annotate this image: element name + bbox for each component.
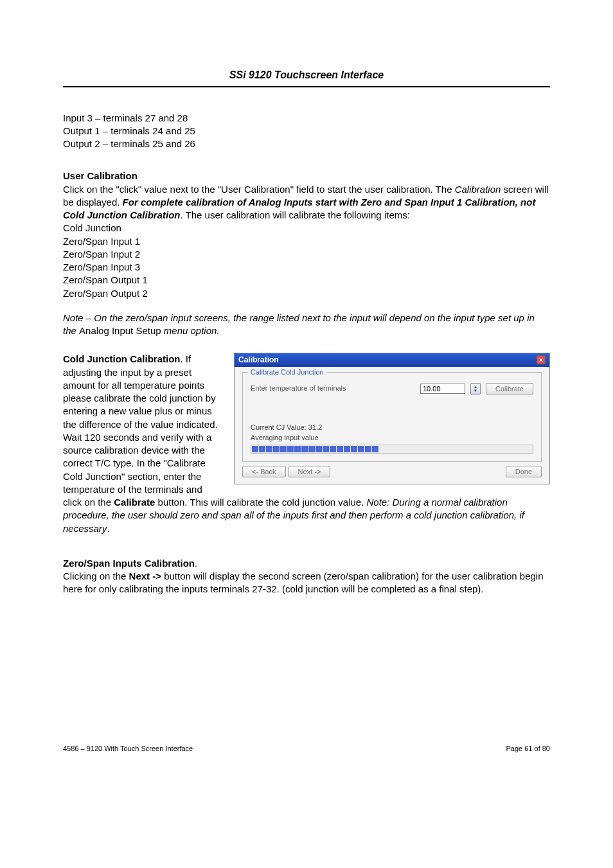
- uc-item-a: Cold Junction: [63, 222, 550, 235]
- page-footer: 4586 – 9120 With Touch Screen Interface …: [63, 744, 550, 754]
- zero-span-section: Zero/Span Inputs Calibration. Clicking o…: [63, 557, 550, 596]
- dialog-button-row: <- Back Next -> Done: [242, 466, 542, 477]
- zero-span-heading: Zero/Span Inputs Calibration: [63, 558, 195, 569]
- cj-wrap-text: If adjusting the input by a preset amoun…: [63, 353, 218, 456]
- calibration-dialog: Calibration × Calibrate Cold Junction En…: [234, 353, 550, 484]
- footer-right: Page 61 of 80: [506, 744, 550, 754]
- zs-next-word: Next ->: [129, 571, 161, 581]
- cj-note-label: Note:: [367, 497, 393, 508]
- footer-left: 4586 – 9120 With Touch Screen Interface: [63, 744, 193, 754]
- close-icon[interactable]: ×: [537, 355, 546, 364]
- note-1: Note – On the zero/span input screens, t…: [63, 312, 550, 338]
- cold-junction-section: Calibration × Calibrate Cold Junction En…: [63, 353, 550, 535]
- calibrate-button[interactable]: Calibrate: [486, 383, 533, 394]
- dialog-body: Calibrate Cold Junction Enter temperatur…: [235, 367, 549, 484]
- averaging-label: Averaging input value: [251, 433, 533, 443]
- uc-p1a: Click on the "click" value next to the "…: [63, 184, 455, 195]
- uc-item-d: Zero/Span Input 3: [63, 261, 550, 274]
- next-button[interactable]: Next ->: [289, 466, 331, 477]
- intro-line-3: Output 2 – terminals 25 and 26: [63, 137, 550, 150]
- zs-period: .: [195, 558, 197, 569]
- note1-b: Analog Input Setup: [79, 325, 161, 336]
- cj-period: .: [181, 353, 186, 364]
- user-calibration-paragraph: Click on the "click" value next to the "…: [63, 183, 550, 222]
- current-cj-value: Current CJ Value: 31.2: [251, 423, 533, 432]
- note1-c: menu option: [161, 325, 217, 336]
- uc-item-c: Zero/Span Input 2: [63, 248, 550, 261]
- cj-note-period: .: [107, 523, 109, 534]
- intro-line-1: Input 3 – terminals 27 and 28: [63, 112, 550, 125]
- uc-p1b: Calibration: [455, 184, 501, 195]
- cj-after2: button. This will calibrate the cold jun…: [155, 497, 366, 508]
- cold-junction-heading: Cold Junction Calibration: [63, 353, 181, 364]
- back-button[interactable]: <- Back: [242, 466, 286, 477]
- calibrate-fieldset: Calibrate Cold Junction Enter temperatur…: [242, 372, 542, 463]
- zs-a: Clicking on the: [63, 571, 129, 581]
- header-rule: [63, 86, 550, 87]
- temperature-label: Enter temperature of terminals: [251, 384, 415, 393]
- page-header-title: SSi 9120 Touchscreen Interface: [63, 68, 550, 82]
- uc-item-b: Zero/Span Input 1: [63, 235, 550, 248]
- temperature-stepper[interactable]: ▲ ▼: [470, 383, 481, 394]
- cj-calibrate-word: Calibrate: [114, 497, 155, 508]
- uc-item-f: Zero/Span Output 2: [63, 287, 550, 300]
- fieldset-legend: Calibrate Cold Junction: [248, 368, 326, 377]
- temperature-input[interactable]: [420, 384, 465, 394]
- uc-p1e: . The user calibration will calibrate th…: [181, 209, 410, 220]
- averaging-progress: [251, 445, 533, 454]
- uc-item-e: Zero/Span Output 1: [63, 274, 550, 287]
- intro-line-2: Output 1 – terminals 24 and 25: [63, 125, 550, 137]
- dialog-titlebar: Calibration ×: [235, 353, 549, 366]
- dialog-title: Calibration: [238, 355, 279, 365]
- user-calibration-heading: User Calibration: [63, 170, 550, 182]
- temperature-field-row: Enter temperature of terminals ▲ ▼ Calib…: [251, 383, 533, 394]
- done-button[interactable]: Done: [506, 466, 542, 477]
- note1-period: .: [217, 325, 219, 336]
- chevron-down-icon: ▼: [474, 389, 477, 393]
